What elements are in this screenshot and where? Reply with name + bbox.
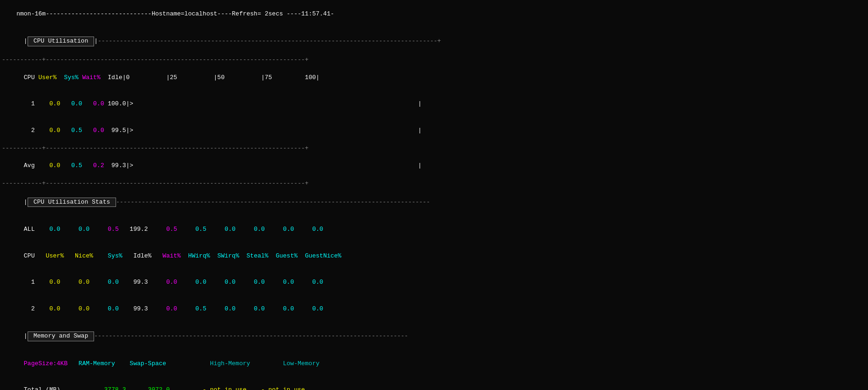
app-name: nmon-16m xyxy=(16,10,45,17)
cpu-section-title-bar: | CPU Utilisation |---------------------… xyxy=(2,28,866,56)
mem-total: Total (MB) 3778.3 3072.0 - not in use - … xyxy=(2,377,866,390)
cpu-stats-title: CPU Utilisation Stats xyxy=(28,198,116,207)
cpu-dash1: -----------+----------------------------… xyxy=(2,56,866,65)
cpu-col-headers: CPU User% Sys% Wait% Idle|0 |25 |50 |75 … xyxy=(2,65,866,91)
memory-section: | Memory and Swap ----------------------… xyxy=(2,322,866,390)
header-line: nmon-16m-----------------------------Hos… xyxy=(2,1,866,28)
hostname: Hostname=localhost xyxy=(152,10,217,17)
cpu-row-2: 2 0.0 0.5 0.0 99.5|> | xyxy=(2,118,866,144)
cpu-row-1: 1 0.0 0.0 0.0 100.0|> | xyxy=(2,91,866,118)
cpu-title: CPU Utilisation xyxy=(28,37,95,46)
cpu-utilisation-section: | CPU Utilisation |---------------------… xyxy=(2,28,866,188)
cpu-dash2: -----------+----------------------------… xyxy=(2,144,866,153)
cpu-stats-section: | CPU Utilisation Stats ----------------… xyxy=(2,188,866,323)
mem-title-bar: | Memory and Swap ----------------------… xyxy=(2,322,866,351)
cpu-avg-row: Avg 0.0 0.5 0.2 99.3|> | xyxy=(2,153,866,179)
cpu-stats-all: ALL 0.0 0.0 0.5 199.2 0.5 0.5 0.0 0.0 0.… xyxy=(2,216,866,243)
cpu-stats-col-headers: CPU User% Nice% Sys% Idle% Wait% HWirq% … xyxy=(2,243,866,270)
cpu-stats-row-1: 1 0.0 0.0 0.0 99.3 0.0 0.0 0.0 0.0 0.0 0… xyxy=(2,269,866,296)
cpu-stats-row-2: 2 0.0 0.0 0.0 99.3 0.0 0.5 0.0 0.0 0.0 0… xyxy=(2,296,866,323)
mem-header: PageSize:4KB RAM-Memory Swap-Space High-… xyxy=(2,351,866,377)
cpu-stats-title-bar: | CPU Utilisation Stats ----------------… xyxy=(2,188,866,217)
cpu-dash3: -----------+----------------------------… xyxy=(2,179,866,188)
time: 11:57.41 xyxy=(301,10,330,17)
mem-title: Memory and Swap xyxy=(28,331,95,341)
refresh: Refresh= 2secs xyxy=(232,10,283,17)
